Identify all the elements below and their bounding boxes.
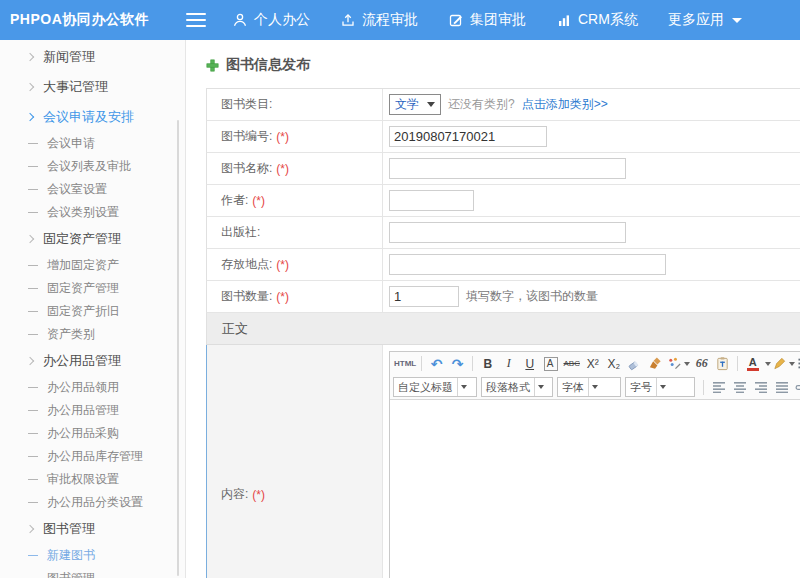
sidebar-subitem-meeting-category[interactable]: 会议类别设置	[0, 201, 185, 224]
paragraph-format-dropdown[interactable]: 段落格式	[481, 377, 553, 397]
field-label: 图书名称: (*)	[207, 153, 383, 184]
clean-format-broom-icon[interactable]	[646, 354, 665, 373]
bold-button[interactable]: B	[478, 354, 497, 373]
sidebar-subitem-supplies-claim[interactable]: 办公用品领用	[0, 376, 185, 399]
align-justify-button[interactable]	[772, 378, 791, 397]
sidebar-item-news[interactable]: 新闻管理	[0, 42, 185, 72]
form-row-book-name: 图书名称: (*)	[206, 153, 800, 185]
font-color-button[interactable]: A	[743, 354, 762, 373]
superscript-button[interactable]: X²	[583, 354, 602, 373]
chevron-right-icon	[26, 356, 34, 364]
align-right-button[interactable]	[751, 378, 770, 397]
sidebar-subitem-book-manage[interactable]: 图书管理	[0, 567, 185, 578]
blockquote-button[interactable]: 66	[692, 354, 711, 373]
chevron-right-icon	[26, 82, 34, 90]
category-hint: 还没有类别?	[448, 96, 515, 113]
dash-icon	[28, 433, 38, 434]
sidebar-subitem-add-asset[interactable]: 增加固定资产	[0, 254, 185, 277]
sidebar-subitem-asset-depreciation[interactable]: 固定资产折旧	[0, 300, 185, 323]
required-marker: (*)	[276, 290, 289, 304]
quantity-input[interactable]	[389, 286, 459, 307]
align-left-button[interactable]	[709, 378, 728, 397]
undo-button[interactable]: ↶	[427, 354, 446, 373]
author-input[interactable]	[389, 190, 474, 211]
hamburger-menu-icon[interactable]	[186, 13, 206, 27]
sidebar-subitem-approval-permission[interactable]: 审批权限设置	[0, 468, 185, 491]
sidebar-subitem-label: 资产类别	[47, 326, 95, 343]
sidebar-subitem-meeting-apply[interactable]: 会议申请	[0, 132, 185, 155]
book-name-input[interactable]	[389, 158, 626, 179]
dash-icon	[28, 479, 38, 480]
eraser-icon[interactable]	[625, 354, 644, 373]
sidebar-subitem-asset-manage[interactable]: 固定资产管理	[0, 277, 185, 300]
sidebar-subitem-asset-category[interactable]: 资产类别	[0, 323, 185, 346]
sidebar-scrollbar[interactable]	[177, 120, 179, 576]
nav-group-approval[interactable]: 集团审批	[448, 11, 526, 29]
location-input[interactable]	[389, 254, 666, 275]
caret-down-icon	[457, 378, 470, 396]
sidebar-item-memorabilia[interactable]: 大事记管理	[0, 72, 185, 102]
dash-icon	[28, 387, 38, 388]
highlight-pen-button[interactable]	[772, 354, 795, 373]
required-marker: (*)	[252, 194, 265, 208]
workflow-icon	[340, 12, 356, 28]
nav-more-apps[interactable]: 更多应用	[668, 11, 742, 29]
sidebar-subitem-supplies-category[interactable]: 办公用品分类设置	[0, 491, 185, 514]
dash-icon	[28, 334, 38, 335]
field-label: 作者: (*)	[207, 185, 383, 216]
sidebar-subitem-label: 办公用品领用	[47, 379, 119, 396]
redo-button[interactable]: ↷	[448, 354, 467, 373]
sidebar-item-label: 办公用品管理	[43, 352, 121, 370]
sidebar-subitem-label: 图书管理	[47, 570, 95, 578]
caret-down-icon	[765, 362, 771, 366]
book-no-input[interactable]	[389, 126, 547, 147]
nav-personal-office[interactable]: 个人办公	[232, 11, 310, 29]
sidebar-item-office-supplies[interactable]: 办公用品管理	[0, 346, 185, 376]
field-label: 图书数量: (*)	[207, 281, 383, 312]
italic-button[interactable]: I	[499, 354, 518, 373]
sidebar-subitem-supplies-purchase[interactable]: 办公用品采购	[0, 422, 185, 445]
caret-down-icon	[656, 378, 669, 396]
paste-from-word-icon[interactable]	[713, 354, 732, 373]
sidebar-item-book-manage[interactable]: 图书管理	[0, 514, 185, 544]
editor-content-area[interactable]	[390, 400, 800, 578]
font-style-button[interactable]: A	[544, 357, 558, 371]
html-source-button[interactable]: HTML	[394, 354, 416, 373]
nav-label: 更多应用	[668, 11, 724, 29]
format-painter-button[interactable]	[667, 354, 690, 373]
underline-button[interactable]: U	[520, 354, 539, 373]
sidebar-subitem-meeting-room[interactable]: 会议室设置	[0, 178, 185, 201]
chevron-right-icon	[26, 234, 34, 242]
font-family-dropdown[interactable]: 字体	[557, 377, 621, 397]
nav-workflow-approval[interactable]: 流程审批	[340, 11, 418, 29]
page-title: 图书信息发布	[226, 56, 310, 74]
category-select[interactable]: 文学	[389, 94, 441, 115]
insert-link-button[interactable]	[793, 378, 800, 397]
sidebar-subitem-meeting-list[interactable]: 会议列表及审批	[0, 155, 185, 178]
dash-icon	[28, 143, 38, 144]
dash-icon	[28, 410, 38, 411]
caret-down-icon	[732, 18, 742, 23]
form-row-content: 内容: (*) HTML ↶ ↷ B I	[206, 345, 800, 578]
font-size-dropdown[interactable]: 字号	[625, 377, 695, 397]
custom-title-dropdown[interactable]: 自定义标题	[393, 377, 477, 397]
sidebar-item-meeting[interactable]: 会议申请及安排	[0, 102, 185, 132]
sidebar-item-label: 图书管理	[43, 520, 95, 538]
subscript-button[interactable]: X₂	[604, 354, 623, 373]
book-form: 图书类目: 文学 还没有类别? 点击添加类别>> 图书编号: (*)	[206, 88, 800, 578]
sidebar-item-fixed-assets[interactable]: 固定资产管理	[0, 224, 185, 254]
publisher-input[interactable]	[389, 222, 626, 243]
editor-toolbar-row1: HTML ↶ ↷ B I U A ABC X² X₂	[390, 352, 800, 375]
required-marker: (*)	[276, 162, 289, 176]
sidebar-subitem-supplies-inventory[interactable]: 办公用品库存管理	[0, 445, 185, 468]
sidebar-subitem-label: 办公用品分类设置	[47, 494, 143, 511]
add-category-link[interactable]: 点击添加类别>>	[522, 96, 608, 113]
align-center-button[interactable]	[730, 378, 749, 397]
nav-crm-system[interactable]: CRM系统	[556, 11, 638, 29]
field-label: 存放地点: (*)	[207, 249, 383, 280]
sidebar-subitem-supplies-manage[interactable]: 办公用品管理	[0, 399, 185, 422]
sidebar-subitem-new-book[interactable]: 新建图书	[0, 544, 185, 567]
strikethrough-button[interactable]: ABC	[562, 354, 581, 373]
section-header: 正文	[206, 313, 800, 345]
sidebar-subitem-label: 新建图书	[47, 547, 95, 564]
